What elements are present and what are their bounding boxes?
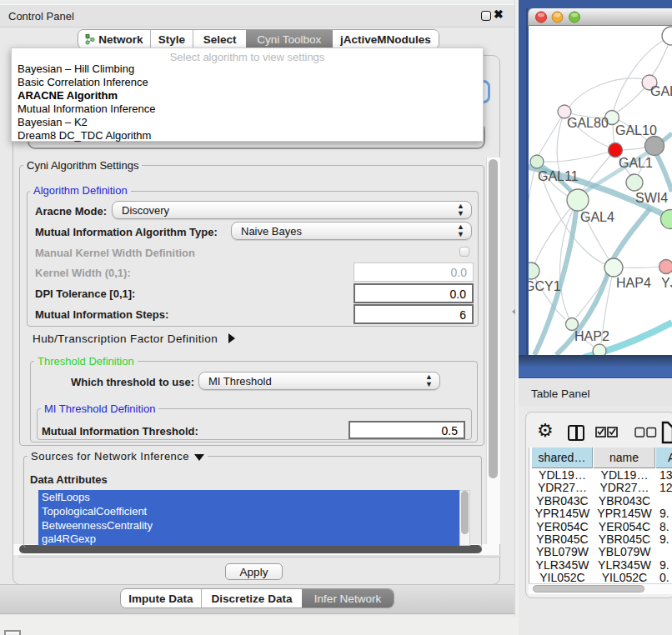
svg-text:GAL1: GAL1: [619, 156, 653, 170]
svg-text:HAP4: HAP4: [616, 276, 651, 290]
svg-text:GAL11: GAL11: [538, 169, 579, 183]
svg-text:GAL2: GAL2: [650, 84, 672, 98]
svg-text:YJ: YJ: [661, 276, 672, 290]
svg-text:GAL10: GAL10: [615, 123, 657, 138]
svg-text:GAL80: GAL80: [567, 116, 609, 130]
svg-text:GCY1: GCY1: [529, 279, 561, 293]
svg-text:SWI4: SWI4: [635, 191, 668, 205]
svg-text:HAP2: HAP2: [574, 329, 609, 343]
svg-text:GAL4: GAL4: [580, 210, 614, 224]
